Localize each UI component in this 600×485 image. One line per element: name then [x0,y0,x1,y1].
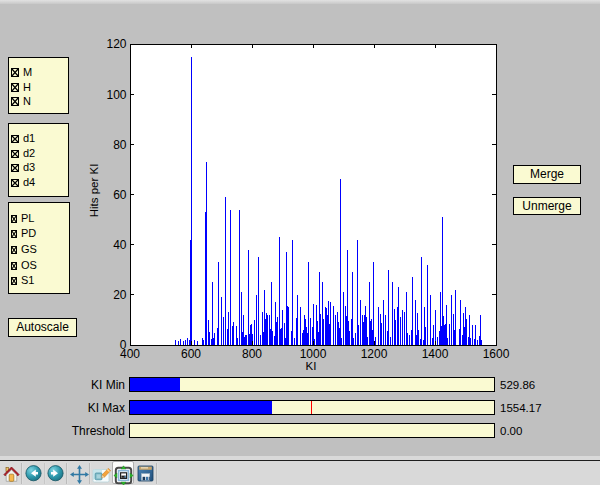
svg-text:0: 0 [120,338,127,352]
svg-text:1000: 1000 [300,347,327,361]
svg-text:600: 600 [181,347,201,361]
svg-text:1200: 1200 [361,347,388,361]
svg-text:100: 100 [106,88,126,102]
svg-text:1400: 1400 [422,347,449,361]
svg-text:Hits per KI: Hits per KI [88,164,100,218]
svg-text:KI: KI [306,360,317,372]
svg-text:120: 120 [106,37,126,51]
svg-text:40: 40 [113,238,127,252]
svg-text:1600: 1600 [483,347,510,361]
svg-text:80: 80 [113,138,127,152]
svg-text:60: 60 [113,188,127,202]
svg-text:20: 20 [113,288,127,302]
svg-text:800: 800 [242,347,262,361]
